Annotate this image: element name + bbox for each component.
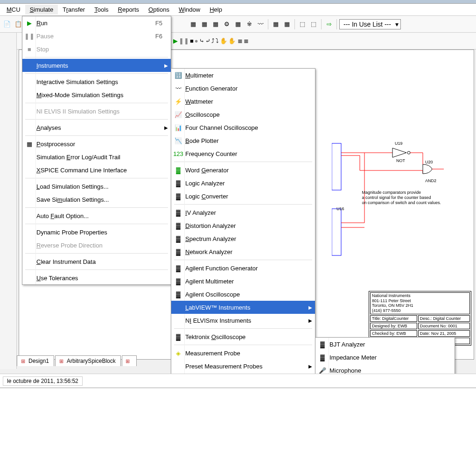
menu-bjt-analyzer[interactable]: ▓BJT Analyzer [315,338,455,351]
menu-error-log[interactable]: Simulation Error Log/Audit Trail [22,150,171,163]
menu-logic-analyzer[interactable]: ▓Logic Analyzer [171,177,315,190]
toolbar-btn[interactable]: 〰 [255,19,266,29]
pause-icon[interactable]: ❚❚ [179,37,189,44]
hand-icon[interactable]: ✋ [220,37,227,44]
toolbar-btn[interactable]: ⬚ [308,19,319,29]
toolbar-btn[interactable]: ⬚ [297,19,308,29]
menu-postprocessor[interactable]: ▦ Postprocessor [22,137,171,150]
distortion-icon: ▓ [171,219,185,232]
component-label: U19 [395,141,403,146]
step-icon[interactable]: ⤵ [216,37,219,44]
run-icon[interactable]: ▶ [173,37,178,44]
menu-analyses[interactable]: Analyses▶ [22,121,171,134]
record-icon[interactable]: ● [195,37,198,44]
menu-frequency-counter[interactable]: 123Frequency Counter [171,147,315,160]
component-label: AND2 [425,178,436,183]
menu-bode-plotter[interactable]: 📉Bode Plotter [171,134,315,147]
tab-arbspice[interactable]: ⊞ArbitrarySpiceBlock [55,355,121,366]
tab-more[interactable]: ⊞ [122,355,137,366]
menu-pause[interactable]: ❚❚ PauseF6 [22,29,171,42]
toolbar-btn[interactable]: 📄 [2,19,12,29]
postprocessor-icon: ▦ [22,137,36,150]
tektronix-icon: ▓ [171,330,185,343]
menu-run[interactable]: ▶ RunF5 [22,16,171,29]
component-palette[interactable] [0,33,17,369]
menu-measurement-probe[interactable]: ◈Measurement Probe [171,347,315,360]
network-icon: ▓ [171,245,185,258]
step-icon[interactable]: ⤷ [199,37,204,44]
toolbar-btn[interactable]: ▦ [210,19,221,29]
toolbar-btn[interactable]: ⇨ [324,19,334,29]
menu-function-generator[interactable]: 〰Function Generator [171,82,315,95]
stop-icon: ■ [22,42,36,56]
stop-icon[interactable]: ■ [190,37,194,44]
menu-labview-instruments[interactable]: LabVIEW™ Instruments▶ [171,301,315,314]
toolbar-btn[interactable]: ▦ [199,19,210,29]
schematic-tab-icon: ⊞ [57,357,65,365]
menu-window[interactable]: Window [174,5,205,14]
tab-design1[interactable]: ⊞Design1 [17,355,54,366]
bottom-panel [0,388,476,453]
hand-icon[interactable]: ✋ [228,37,236,44]
menu-transfer[interactable]: Transfer [58,5,90,14]
menu-ni-elvismx[interactable]: NI ELVISmx Instruments▶ [171,314,315,327]
menu-mixed-mode[interactable]: Mixed-Mode Simulation Settings [22,88,171,101]
menu-spectrum-analyzer[interactable]: ▓Spectrum Analyzer [171,232,315,245]
menu-xspice[interactable]: XSPICE Command Line Interface [22,163,171,177]
toolbar-btn[interactable]: ※ [244,19,254,29]
menu-interactive-settings[interactable]: Interactive Simulation Settings [22,75,171,88]
wordgen-icon: ▓ [171,163,185,177]
menu-clear-data[interactable]: Clear Instrument Data [22,255,171,268]
bode-icon: 📉 [171,134,185,147]
step-icon[interactable]: ⤶ [205,37,210,44]
menu-use-tolerances[interactable]: Use Tolerances [22,271,171,284]
menu-impedance-meter[interactable]: ▓Impedance Meter [315,351,455,364]
menu-logic-converter[interactable]: ▓Logic Converter [171,190,315,203]
menu-load-settings[interactable]: Load Simulation Settings... [22,180,171,193]
in-use-list-select[interactable]: --- In Use List --- [339,19,401,29]
menu-multimeter[interactable]: 🔢Multimeter [171,69,315,82]
svg-marker-5 [392,148,406,157]
toolbar-btn[interactable]: ⚙ [222,19,232,29]
impedance-icon: ▓ [315,351,329,364]
toolbar-btn[interactable]: ▦ [282,19,292,29]
status-bar: le octubre de 2011, 13:56:52 [0,374,476,388]
menu-options[interactable]: Options [144,5,174,14]
menu-iv-analyzer[interactable]: ▓IV Analyzer [171,206,315,219]
step-icon[interactable]: ⤴ [211,37,215,44]
toolbar-btn[interactable]: ≣ [238,37,243,44]
menu-four-channel-osc[interactable]: 📊Four Channel Oscilloscope [171,121,315,134]
menu-distortion-analyzer[interactable]: ▓Distortion Analyzer [171,219,315,232]
play-icon: ▶ [22,16,36,29]
menu-auto-fault[interactable]: Auto Fault Option... [22,209,171,222]
menu-mcu[interactable]: MCU [2,5,25,14]
toolbar-btn[interactable]: ▦ [188,19,198,29]
menu-simulate[interactable]: Simulate [25,5,58,14]
menu-reports[interactable]: Reports [113,5,144,14]
menu-dynamic-probe[interactable]: Dynamic Probe Properties [22,226,171,239]
menu-instruments[interactable]: Instruments▶ [22,59,171,72]
agilent-icon: ▓ [171,288,185,301]
menu-stop[interactable]: ■ Stop [22,42,171,56]
menu-preset-probes[interactable]: Preset Measurement Probes▶ [171,360,315,373]
menu-oscilloscope[interactable]: 📈Oscilloscope [171,108,315,121]
component-label: NOT [396,158,405,163]
menu-tools[interactable]: Tools [90,5,113,14]
component-label: U16 [336,206,344,211]
menu-agilent-multimeter[interactable]: ▓Agilent Multimeter [171,275,315,288]
toolbar-btn[interactable]: ▦ [271,19,281,29]
agilent-icon: ▓ [171,262,185,275]
toolbar-btn[interactable]: ▦ [233,19,243,29]
menu-save-settings[interactable]: Save Simulation Settings... [22,193,171,206]
toolbar-btn[interactable]: ≣ [244,37,249,44]
menu-agilent-oscilloscope[interactable]: ▓Agilent Oscilloscope [171,288,315,301]
freqcounter-icon: 123 [171,147,185,160]
menu-agilent-funcgen[interactable]: ▓Agilent Function Generator [171,262,315,275]
menu-help[interactable]: Help [205,5,227,14]
menu-word-generator[interactable]: ▓Word Generator [171,163,315,177]
menu-tektronix-osc[interactable]: ▓Tektronix Oscilloscope [171,330,315,343]
menu-wattmeter[interactable]: ⚡Wattmeter [171,95,315,108]
title-bar [0,0,476,4]
menu-network-analyzer[interactable]: ▓Network Analyzer [171,245,315,258]
spectrum-icon: ▓ [171,232,185,245]
